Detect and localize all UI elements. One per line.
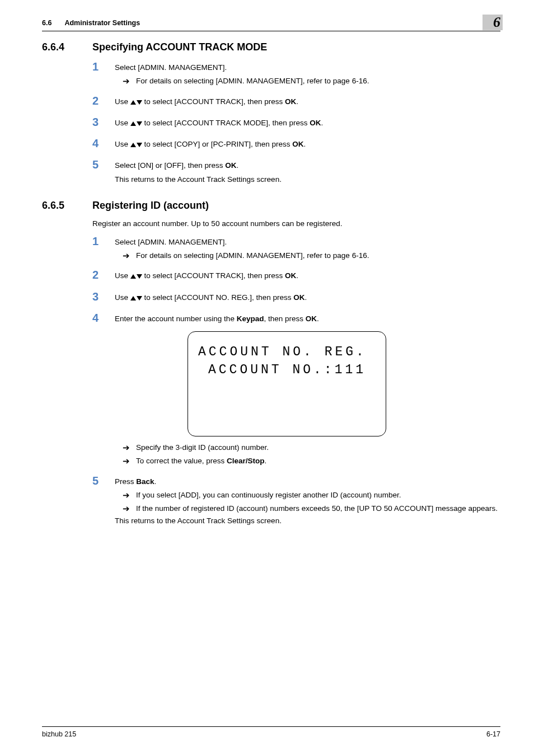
- step-5: 5 Press Back. ➔ If you select [ADD], you…: [92, 475, 500, 529]
- step-body: Select [ON] or [OFF], then press OK. Thi…: [115, 159, 500, 187]
- footer-page-number: 6-17: [486, 730, 500, 738]
- step-text: Enter the account number using the Keypa…: [115, 313, 500, 325]
- header-section-title: Administrator Settings: [64, 19, 140, 27]
- chapter-tab: 6: [483, 15, 503, 30]
- section-heading: 6.6.5 Registering ID (account): [42, 200, 500, 212]
- updown-icon: [130, 296, 142, 300]
- sub-item: ➔ Specify the 3-digit ID (account) numbe…: [115, 442, 500, 453]
- sub-item: ➔ If the number of registered ID (accoun…: [115, 503, 500, 514]
- step-body: Use to select [ACCOUNT TRACK], then pres…: [115, 95, 500, 110]
- header-section-number: 6.6: [42, 19, 51, 27]
- step-body: Use to select [COPY] or [PC-PRINT], then…: [115, 138, 500, 152]
- step-body: Use to select [ACCOUNT TRACK MODE], then…: [115, 116, 500, 131]
- step-text: Use to select [ACCOUNT NO. REG.], then p…: [115, 292, 500, 303]
- sub-text: If you select [ADD], you can continuousl…: [136, 490, 500, 501]
- updown-icon: [130, 121, 142, 126]
- arrow-icon: ➔: [123, 490, 136, 501]
- step-4: 4 Use to select [COPY] or [PC-PRINT], th…: [92, 138, 500, 152]
- updown-icon: [130, 143, 142, 147]
- sub-item: ➔ For details on selecting [ADMIN. MANAG…: [115, 250, 500, 261]
- sub-text: For details on selecting [ADMIN. MANAGEM…: [136, 250, 500, 261]
- step-4: 4 Enter the account number using the Key…: [92, 312, 500, 468]
- step-1: 1 Select [ADMIN. MANAGEMENT]. ➔ For deta…: [92, 236, 500, 263]
- lcd-display: ACCOUNT NO. REG. ACCOUNT NO.:111: [188, 331, 386, 436]
- updown-icon: [130, 274, 142, 279]
- step-body: Use to select [ACCOUNT NO. REG.], then p…: [115, 291, 500, 306]
- step-text: This returns to the Account Track Settin…: [115, 174, 500, 185]
- step-number: 5: [92, 475, 115, 486]
- step-number: 2: [92, 95, 115, 106]
- step-number: 1: [92, 61, 115, 72]
- step-body: Use to select [ACCOUNT TRACK], then pres…: [115, 269, 500, 284]
- section-664: 6.6.4 Specifying ACCOUNT TRACK MODE 1 Se…: [42, 41, 500, 187]
- lcd-line-2: ACCOUNT NO.:111: [198, 361, 376, 379]
- step-text: Use to select [COPY] or [PC-PRINT], then…: [115, 139, 500, 150]
- header-left: 6.6 Administrator Settings: [42, 17, 140, 27]
- step-text: Use to select [ACCOUNT TRACK], then pres…: [115, 270, 500, 281]
- step-text: Press Back.: [115, 476, 500, 487]
- section-intro: Register an account number. Up to 50 acc…: [92, 219, 500, 228]
- arrow-icon: ➔: [123, 76, 136, 87]
- step-text: Use to select [ACCOUNT TRACK], then pres…: [115, 96, 500, 107]
- step-body: Enter the account number using the Keypa…: [115, 312, 500, 468]
- step-body: Select [ADMIN. MANAGEMENT]. ➔ For detail…: [115, 61, 500, 88]
- step-number: 4: [92, 312, 115, 323]
- step-number: 2: [92, 269, 115, 280]
- footer-product: bizhub 215: [42, 730, 76, 738]
- arrow-icon: ➔: [123, 503, 136, 514]
- step-2: 2 Use to select [ACCOUNT TRACK], then pr…: [92, 95, 500, 110]
- step-number: 3: [92, 116, 115, 128]
- step-text: Use to select [ACCOUNT TRACK MODE], then…: [115, 118, 500, 129]
- step-5: 5 Select [ON] or [OFF], then press OK. T…: [92, 159, 500, 187]
- step-body: Press Back. ➔ If you select [ADD], you c…: [115, 475, 500, 529]
- step-1: 1 Select [ADMIN. MANAGEMENT]. ➔ For deta…: [92, 61, 500, 88]
- step-text: This returns to the Account Track Settin…: [115, 515, 500, 527]
- step-number: 5: [92, 159, 115, 170]
- page-header: 6.6 Administrator Settings 6: [42, 17, 500, 31]
- updown-icon: [130, 100, 142, 105]
- arrow-icon: ➔: [123, 456, 136, 467]
- sub-text: Specify the 3-digit ID (account) number.: [136, 442, 500, 453]
- step-body: Select [ADMIN. MANAGEMENT]. ➔ For detail…: [115, 236, 500, 263]
- step-3: 3 Use to select [ACCOUNT TRACK MODE], th…: [92, 116, 500, 131]
- section-number: 6.6.5: [42, 200, 92, 212]
- step-number: 4: [92, 138, 115, 149]
- arrow-icon: ➔: [123, 442, 136, 453]
- section-number: 6.6.4: [42, 41, 92, 53]
- step-text: Select [ADMIN. MANAGEMENT].: [115, 237, 500, 248]
- sub-text: If the number of registered ID (account)…: [136, 503, 500, 514]
- arrow-icon: ➔: [123, 250, 136, 261]
- section-title: Specifying ACCOUNT TRACK MODE: [92, 41, 267, 53]
- step-number: 1: [92, 236, 115, 247]
- step-text: Select [ADMIN. MANAGEMENT].: [115, 62, 500, 73]
- sub-item: ➔ To correct the value, press Clear/Stop…: [115, 456, 500, 467]
- step-number: 3: [92, 291, 115, 302]
- step-2: 2 Use to select [ACCOUNT TRACK], then pr…: [92, 269, 500, 284]
- step-3: 3 Use to select [ACCOUNT NO. REG.], then…: [92, 291, 500, 306]
- sub-text: To correct the value, press Clear/Stop.: [136, 456, 500, 467]
- sub-item: ➔ For details on selecting [ADMIN. MANAG…: [115, 76, 500, 87]
- section-heading: 6.6.4 Specifying ACCOUNT TRACK MODE: [42, 41, 500, 53]
- sub-item: ➔ If you select [ADD], you can continuou…: [115, 490, 500, 501]
- section-title: Registering ID (account): [92, 200, 209, 212]
- lcd-line-1: ACCOUNT NO. REG.: [198, 343, 376, 361]
- page-footer: bizhub 215 6-17: [42, 726, 500, 738]
- step-text: Select [ON] or [OFF], then press OK.: [115, 160, 500, 171]
- sub-text: For details on selecting [ADMIN. MANAGEM…: [136, 76, 500, 87]
- section-665: 6.6.5 Registering ID (account) Register …: [42, 200, 500, 529]
